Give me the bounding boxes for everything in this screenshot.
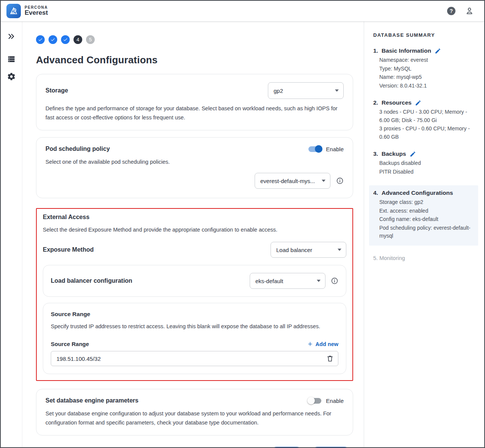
summary-line: PITR Disabled [379,168,478,176]
pod-policy-select[interactable]: everest-default-mys... [255,173,330,189]
wizard-footer: Previous Cancel Continue [36,447,353,447]
pod-policy-label: Pod scheduling policy [45,146,110,152]
step-4-active[interactable]: 4 [74,35,82,44]
chevron-down-icon [335,89,339,92]
section-number: 2. [373,99,378,106]
brand-everest: Everest [25,9,48,17]
lb-config-select[interactable]: eks-default [250,273,325,289]
storage-class-select[interactable]: gp2 [268,82,344,99]
gear-icon [7,72,16,81]
wizard-content: 4 5 Advanced Configurations Storage gp2 … [22,22,364,447]
chevron-down-icon [317,280,321,282]
pod-policy-value: everest-default-mys... [260,178,315,184]
summary-line: Config name: eks-default [379,215,474,224]
step-2-completed[interactable] [48,35,57,44]
nav-databases-button[interactable] [6,54,16,64]
edit-resources-button[interactable] [415,100,421,106]
summary-title: DATABASE SUMMARY [369,32,478,38]
database-summary-panel: DATABASE SUMMARY 1. Basic Information Na… [364,22,484,447]
storage-class-value: gp2 [274,88,283,94]
person-icon [465,6,474,16]
pod-policy-info-icon[interactable] [336,177,344,185]
help-icon[interactable]: ? [447,7,455,15]
engine-parameters-toggle[interactable] [308,398,321,404]
source-range-field-label: Source Range [51,341,89,347]
source-range-description: Specify trusted IP addresses to restrict… [51,322,338,331]
percona-everest-logo[interactable] [6,4,21,18]
storage-description: Defines the type and performance of stor… [45,104,344,122]
summary-line: Namespace: everest [379,56,478,64]
add-new-label: Add new [316,341,338,347]
summary-line: Storage class: gp2 [379,198,474,207]
database-list-icon [7,55,16,64]
pencil-icon [415,100,421,106]
delete-source-range-button[interactable] [326,355,334,362]
pod-policy-toggle-label: Enable [326,146,344,152]
percona-logo-icon [9,6,19,16]
lb-config-info-icon[interactable] [331,277,338,285]
app-header: PERCONA Everest ? [1,1,484,22]
chevron-down-icon [338,249,341,251]
info-icon [336,177,344,185]
check-icon [63,37,68,42]
section-title: Backups [382,150,406,157]
info-icon [331,277,338,285]
section-number: 4. [373,190,378,196]
external-access-title: External Access [43,214,346,221]
summary-line: Backups disabled [379,159,478,168]
source-range-input[interactable] [51,351,338,366]
external-access-section-annotated: External Access Select the desired Expos… [36,208,353,381]
nav-settings-button[interactable] [6,72,16,81]
section-number: 5. [373,255,378,261]
double-chevron-right-icon [7,32,16,41]
pencil-icon [435,48,441,54]
section-number: 3. [373,150,378,157]
section-number: 1. [373,47,378,54]
user-account-icon[interactable] [465,6,474,16]
engine-parameters-card: Set database engine parameters Enable Se… [36,389,353,435]
continue-button[interactable]: Continue [310,447,352,447]
lb-config-card: Load balancer configuration eks-default [43,265,346,297]
exposure-method-value: Load balancer [276,247,312,253]
chevron-down-icon [322,180,325,182]
summary-line: Version: 8.0.41-32.1 [379,82,478,90]
pod-policy-toggle[interactable] [308,146,321,152]
step-5-upcoming[interactable]: 5 [86,35,95,44]
summary-line: 3 proxies - CPU - 0.60 CPU; Memory - 0.6… [379,125,478,141]
edit-backups-button[interactable] [410,151,416,157]
section-title: Basic Information [382,47,431,54]
engine-parameters-description: Set your database engine configuration t… [45,409,344,427]
lb-config-label: Load balancer configuration [51,277,132,284]
section-title: Monitoring [379,255,405,261]
lb-config-value: eks-default [255,278,283,284]
summary-line: Ext. access: enabled [379,207,474,215]
exposure-method-label: Exposure Method [43,246,94,253]
plus-icon [307,341,313,347]
summary-line: 3 nodes - CPU - 3.00 CPU; Memory - 6.00 … [379,108,478,124]
summary-section-basic-information: 1. Basic Information Namespace: everest … [369,47,478,90]
pod-policy-description: Select one of the available pod scheduli… [45,157,344,166]
step-1-completed[interactable] [36,35,45,44]
step-3-completed[interactable] [61,35,70,44]
trash-icon [326,355,334,362]
summary-section-advanced-configurations: 4. Advanced Configurations Storage class… [369,185,478,246]
expand-sidebar-button[interactable] [6,31,16,41]
storage-label: Storage [45,87,68,94]
section-title: Advanced Configurations [382,190,453,196]
summary-section-monitoring: 5. Monitoring [369,255,478,261]
external-access-description: Select the desired Exposure Method and p… [43,225,342,234]
brand-text: PERCONA Everest [25,5,48,17]
add-new-button[interactable]: Add new [307,341,338,347]
check-icon [38,37,43,42]
exposure-method-select[interactable]: Load balancer [271,242,346,258]
edit-basic-information-button[interactable] [435,48,441,54]
pencil-icon [410,151,416,157]
section-title: Resources [382,99,411,106]
source-range-title: Source Range [51,311,338,318]
wizard-stepper: 4 5 [36,35,353,44]
summary-line: Pod scheduling policy: everest-default-m… [379,224,474,240]
cancel-button[interactable]: Cancel [269,447,305,447]
summary-line: Name: mysql-wp5 [379,73,478,81]
summary-section-resources: 2. Resources 3 nodes - CPU - 3.00 CPU; M… [369,99,478,141]
source-range-card: Source Range Specify trusted IP addresse… [43,303,346,374]
